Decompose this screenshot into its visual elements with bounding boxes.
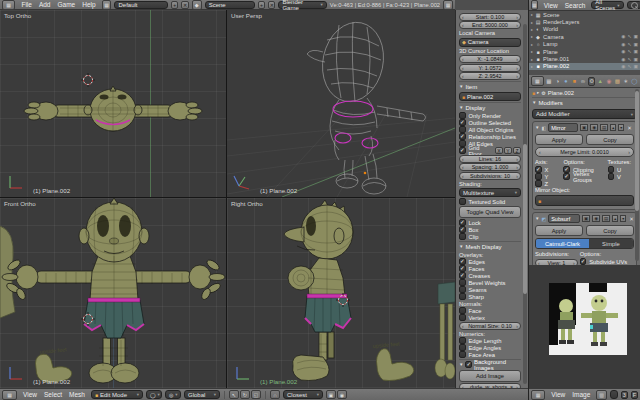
number-field[interactable]: X: -1.0849 [459,55,521,63]
background-images-checkbox[interactable] [465,361,472,368]
search-input[interactable] [627,1,640,9]
delete-layout-button[interactable]: ✕ [181,1,188,9]
editor-type-icon[interactable]: ▦ [531,390,545,400]
checkbox[interactable] [459,119,466,126]
menu-item[interactable]: Game [54,1,78,8]
normal-size-field[interactable]: Normal Size: 0.10 [459,322,521,330]
scene-icon[interactable]: ◆ [192,0,202,10]
checkbox[interactable] [459,337,466,344]
checkbox[interactable] [459,286,466,293]
object-tab[interactable]: ■ [571,77,578,86]
screen-layout-icon[interactable]: ▦ [102,0,112,10]
delete-modifier-icon[interactable]: ✕ [629,216,634,222]
grid-floor-checkbox[interactable] [459,147,466,154]
modifier-name-field[interactable]: Subsurf [548,214,580,223]
viewport-top-ortho[interactable]: Top Ortho [0,10,226,197]
copy-button[interactable]: Copy [586,225,634,236]
selectability-cursor-icon[interactable]: ↖ [627,57,631,62]
move-down-icon[interactable]: ▼ [618,124,624,131]
outliner-row[interactable]: ▸ ■ Plane.002 ◉ ↖ ▣ [529,63,640,70]
catmull-clark-button[interactable]: Catmull-Clark [536,239,589,248]
outliner-row[interactable]: ▸ ◆ Camera ◉ ↖ ▣ [529,33,640,40]
number-field[interactable]: End: 5000.000 [459,21,521,29]
physics-tab[interactable]: ◯ [631,77,638,86]
checkbox[interactable] [459,133,466,140]
checkbox[interactable] [608,166,615,173]
snap-magnet-icon[interactable]: ∩ [270,390,280,399]
mirror-object-field[interactable]: ■ [535,195,634,206]
checkbox[interactable] [459,272,466,279]
selectability-cursor-icon[interactable]: ↖ [627,64,631,69]
menu-item[interactable]: View [541,2,561,9]
move-up-icon[interactable]: ▲ [610,124,616,131]
checkbox[interactable] [459,226,466,233]
number-field[interactable]: Spacing: 1.000 [459,163,521,171]
selectability-cursor-icon[interactable]: ↖ [627,49,631,54]
uv-image-editor[interactable]: ▦ ViewImage ▥ aked_dude_w_shorts_s 3 F [528,265,640,400]
scene-select[interactable]: Scene [205,1,255,9]
modifier-visibility-toggle-icon[interactable]: ◉ [592,215,600,222]
outliner-row[interactable]: ▸ ☼ Lamp ◉ ↖ ▣ [529,41,640,48]
pivot-select[interactable]: ◎ ▾ [165,390,181,399]
visibility-eye-icon[interactable]: ◉ [621,57,625,62]
renderability-camera-icon[interactable]: ▣ [633,49,638,54]
number-field[interactable]: Z: 2.9542 [459,72,521,80]
render-tab[interactable]: ▦ [545,77,552,86]
checkbox[interactable] [563,166,570,173]
scene-tab[interactable]: ◑ [554,77,561,86]
orientation-select[interactable]: Global ▾ [184,390,220,399]
snap-element-select[interactable]: Closest ▾ [283,390,323,399]
editor-type-icon[interactable]: ▦ [2,390,17,400]
modifier-visibility-toggle-icon[interactable]: ◉ [590,124,598,131]
object-data-tab[interactable]: ▲ [597,77,604,86]
outliner-row[interactable]: ▸ ◐ World ◉ ↖ ▣ [529,26,640,33]
checkbox[interactable] [459,233,466,240]
checkbox[interactable] [459,279,466,286]
move-down-icon[interactable]: ▼ [620,215,626,222]
camera-field[interactable]: ◆ Camera [459,38,521,47]
menu-item[interactable]: Select [41,391,65,398]
scale-manipulator-icon[interactable]: ◱ [251,390,261,399]
mode-select[interactable]: ■ Edit Mode ▾ [91,390,143,399]
viewport-right-ortho[interactable]: Right Ortho upside feet [227,198,455,388]
mesh-display-panel-header[interactable]: ▼Mesh Display [459,241,521,251]
editor-type-icon[interactable]: ▦ [2,0,15,10]
material-tab[interactable]: ◉ [605,77,612,86]
apply-button[interactable]: Apply [535,134,583,145]
checkbox[interactable] [608,173,615,180]
texture-tab[interactable]: ▩ [614,77,621,86]
translate-manipulator-icon[interactable]: ↖ [229,390,239,399]
menu-item[interactable]: Add [36,1,54,8]
menu-item[interactable]: Search [562,2,589,9]
menu-item[interactable]: Image [569,391,593,398]
rotate-manipulator-icon[interactable]: ↻ [240,390,250,399]
menu-item[interactable]: Help [79,1,98,8]
add-modifier-select[interactable]: Add Modifier ▾ [532,109,637,119]
toggle-quad-view-button[interactable]: Toggle Quad View [459,206,521,218]
add-scene-button[interactable]: + [258,1,265,9]
axis-toggle-button[interactable]: Y [504,147,512,154]
users-count-badge[interactable]: 3 [621,391,628,399]
outliner-row[interactable]: ▸ ▤ RenderLayers ◉ ↖ ▣ [529,18,640,25]
renderability-camera-icon[interactable]: ▣ [633,64,638,69]
modifier-render-toggle-icon[interactable]: ▣ [580,124,588,131]
checkbox[interactable] [563,173,570,180]
axis-toggle-button[interactable]: X [495,147,503,154]
modifier-name-field[interactable]: Mirror [548,123,578,132]
checkbox[interactable] [459,293,466,300]
renderability-camera-icon[interactable]: ▣ [633,34,638,39]
add-layout-button[interactable]: + [171,1,178,9]
image-datablock-field[interactable]: aked_dude_w_shorts_s [610,390,618,399]
menu-item[interactable]: View [548,391,568,398]
checkbox[interactable] [459,314,466,321]
world-tab[interactable]: ● [562,77,569,86]
item-panel-header[interactable]: ▼Item [459,81,521,91]
outliner-row[interactable]: ▸ ■ Plane.001 ◉ ↖ ▣ [529,55,640,62]
modifiers-panel-header[interactable]: ▼Modifiers [532,97,637,107]
outliner-row[interactable]: ▸ ▦ Scene ◉ ↖ ▣ [529,11,640,18]
display-panel-header[interactable]: ▼Display [459,102,521,112]
particles-tab[interactable]: ∗ [622,77,629,86]
checkbox[interactable] [459,198,466,205]
viewport-user-persp[interactable]: User Persp [227,10,455,197]
viewport-front-ortho[interactable]: Front Ortho upside feet [0,198,226,388]
